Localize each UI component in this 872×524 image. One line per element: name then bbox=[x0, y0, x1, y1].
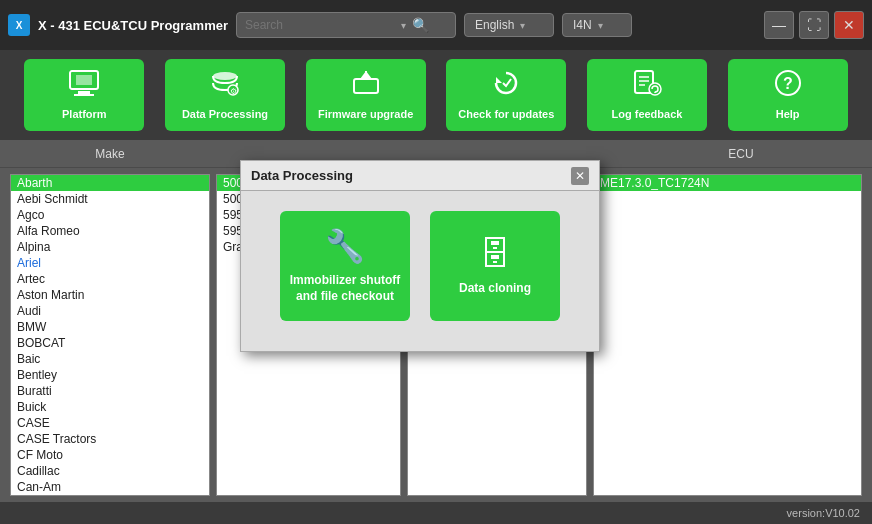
ecu-list-item[interactable]: ME17.3.0_TC1724N bbox=[594, 175, 861, 191]
close-button[interactable]: ✕ bbox=[834, 11, 864, 39]
make-list-item[interactable]: CASE Tractors bbox=[11, 431, 209, 447]
ecu-list[interactable]: ME17.3.0_TC1724N bbox=[593, 174, 862, 496]
model-selector[interactable]: I4N ▾ bbox=[562, 13, 632, 37]
immobilizer-icon: 🔧 bbox=[325, 227, 365, 265]
make-list-item[interactable]: Abarth bbox=[11, 175, 209, 191]
svg-rect-3 bbox=[74, 94, 94, 96]
language-label: English bbox=[475, 18, 514, 32]
version-bar: version:V10.02 bbox=[0, 502, 872, 524]
make-list-item[interactable]: Baic bbox=[11, 351, 209, 367]
search-submit-button[interactable]: 🔍 bbox=[412, 17, 429, 33]
nav-btn-data-processing[interactable]: ⚙ Data Processing bbox=[165, 59, 285, 131]
nav-btn-label-log-feedback: Log feedback bbox=[612, 108, 683, 121]
svg-marker-10 bbox=[496, 77, 502, 83]
ecu-column-header: ECU bbox=[610, 140, 872, 167]
nav-btn-platform[interactable]: Platform bbox=[24, 59, 144, 131]
make-list-item[interactable]: CASE bbox=[11, 415, 209, 431]
nav-btn-icon-platform bbox=[68, 69, 100, 104]
modal-title-bar: Data Processing ✕ bbox=[241, 161, 599, 191]
nav-btn-label-check-for-updates: Check for updates bbox=[458, 108, 554, 121]
nav-btn-label-data-processing: Data Processing bbox=[182, 108, 268, 121]
model-label: I4N bbox=[573, 18, 592, 32]
search-bar[interactable]: ▾ 🔍 bbox=[236, 12, 456, 38]
make-list-item[interactable]: Aebi Schmidt bbox=[11, 191, 209, 207]
data-processing-modal[interactable]: Data Processing ✕ 🔧 Immobilizer shutoff … bbox=[240, 160, 600, 352]
make-list-item[interactable]: Buratti bbox=[11, 383, 209, 399]
immobilizer-label: Immobilizer shutoff and file checkout bbox=[280, 273, 410, 304]
restore-button[interactable]: ⛶ bbox=[799, 11, 829, 39]
make-list-item[interactable]: Bentley bbox=[11, 367, 209, 383]
nav-btn-check-for-updates[interactable]: Check for updates bbox=[446, 59, 566, 131]
make-list-item[interactable]: Artec bbox=[11, 271, 209, 287]
window-controls: — ⛶ ✕ bbox=[764, 11, 864, 39]
model-chevron-icon: ▾ bbox=[598, 20, 603, 31]
version-text: version:V10.02 bbox=[787, 507, 860, 519]
app-title: X - 431 ECU&TCU Programmer bbox=[38, 18, 228, 33]
make-list-item[interactable]: Alpina bbox=[11, 239, 209, 255]
svg-text:?: ? bbox=[783, 75, 793, 92]
make-column-header: Make bbox=[0, 140, 220, 167]
make-list-item[interactable]: Buick bbox=[11, 399, 209, 415]
modal-title: Data Processing bbox=[251, 168, 353, 183]
make-list-item[interactable]: CF Moto bbox=[11, 447, 209, 463]
nav-btn-icon-check-for-updates bbox=[490, 69, 522, 104]
svg-point-15 bbox=[649, 83, 661, 95]
nav-btn-icon-help: ? bbox=[772, 69, 804, 104]
make-list-item[interactable]: Agco bbox=[11, 207, 209, 223]
nav-btn-label-platform: Platform bbox=[62, 108, 107, 121]
minimize-button[interactable]: — bbox=[764, 11, 794, 39]
modal-close-button[interactable]: ✕ bbox=[571, 167, 589, 185]
svg-text:⚙: ⚙ bbox=[229, 87, 236, 96]
svg-rect-2 bbox=[78, 91, 90, 94]
make-list-item[interactable]: Aston Martin bbox=[11, 287, 209, 303]
make-list-item[interactable]: Ariel bbox=[11, 255, 209, 271]
nav-btn-icon-log-feedback bbox=[631, 69, 663, 104]
data-cloning-icon: 🗄 bbox=[479, 236, 511, 273]
make-list-item[interactable]: Cadillac bbox=[11, 463, 209, 479]
data-cloning-button[interactable]: 🗄 Data cloning bbox=[430, 211, 560, 321]
svg-point-4 bbox=[213, 72, 237, 80]
nav-btn-label-firmware-upgrade: Firmware upgrade bbox=[318, 108, 413, 121]
nav-btn-icon-firmware-upgrade bbox=[350, 69, 382, 104]
search-dropdown-button[interactable]: ▾ bbox=[401, 20, 406, 31]
nav-btn-firmware-upgrade[interactable]: Firmware upgrade bbox=[306, 59, 426, 131]
language-selector[interactable]: English ▾ bbox=[464, 13, 554, 37]
make-list-item[interactable]: Audi bbox=[11, 303, 209, 319]
modal-content: 🔧 Immobilizer shutoff and file checkout … bbox=[241, 191, 599, 351]
nav-btn-help[interactable]: ? Help bbox=[728, 59, 848, 131]
main-area: Make ECU AbarthAebi SchmidtAgcoAlfa Rome… bbox=[0, 140, 872, 524]
svg-rect-1 bbox=[76, 75, 92, 85]
search-input[interactable] bbox=[245, 18, 395, 32]
nav-bar: Platform ⚙ Data Processing Firmware upgr… bbox=[0, 50, 872, 140]
app-logo: X bbox=[8, 14, 30, 36]
immobilizer-button[interactable]: 🔧 Immobilizer shutoff and file checkout bbox=[280, 211, 410, 321]
nav-btn-log-feedback[interactable]: Log feedback bbox=[587, 59, 707, 131]
make-list[interactable]: AbarthAebi SchmidtAgcoAlfa RomeoAlpinaAr… bbox=[10, 174, 210, 496]
make-list-item[interactable]: Can-Am bbox=[11, 479, 209, 495]
nav-btn-label-help: Help bbox=[776, 108, 800, 121]
make-list-item[interactable]: BMW bbox=[11, 319, 209, 335]
nav-btn-icon-data-processing: ⚙ bbox=[209, 69, 241, 104]
svg-rect-7 bbox=[354, 79, 378, 93]
make-list-item[interactable]: Alfa Romeo bbox=[11, 223, 209, 239]
language-chevron-icon: ▾ bbox=[520, 20, 525, 31]
data-cloning-label: Data cloning bbox=[459, 281, 531, 297]
make-list-item[interactable]: BOBCAT bbox=[11, 335, 209, 351]
title-bar: X X - 431 ECU&TCU Programmer ▾ 🔍 English… bbox=[0, 0, 872, 50]
